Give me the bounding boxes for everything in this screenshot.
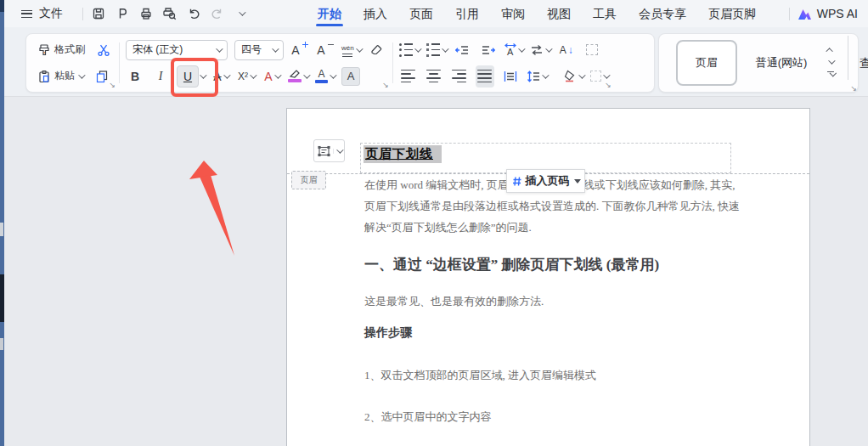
- line-spacing-button[interactable]: [527, 65, 547, 88]
- format-painter-icon: [37, 43, 51, 57]
- chevron-down-icon: [303, 71, 310, 78]
- insert-page-number-button[interactable]: 插入页码: [506, 169, 585, 193]
- menubar-right: WPS AI: [781, 7, 858, 20]
- print-preview-icon[interactable]: [162, 7, 177, 21]
- plus-mark-icon: [302, 42, 308, 48]
- cut-button[interactable]: [94, 39, 113, 61]
- bold-button[interactable]: B: [126, 65, 144, 88]
- align-justify-button[interactable]: [476, 65, 494, 88]
- numbered-list-button[interactable]: [426, 39, 447, 61]
- text-effects-button[interactable]: A: [262, 65, 281, 88]
- divider: [848, 36, 848, 80]
- header-tag: 页眉: [291, 171, 326, 189]
- redo-icon[interactable]: [210, 7, 224, 21]
- eraser-icon: [369, 43, 384, 56]
- increase-font-button[interactable]: A: [290, 39, 309, 61]
- highlight-color-button[interactable]: [288, 65, 308, 88]
- paste-button[interactable]: 粘贴: [35, 67, 86, 85]
- export-pdf-icon[interactable]: [115, 7, 129, 21]
- gallery-scroll-down-icon[interactable]: [828, 57, 835, 64]
- align-center-button[interactable]: [425, 65, 443, 88]
- align-right-button[interactable]: [450, 65, 469, 88]
- header-title-selected-text[interactable]: 页眉下划线: [364, 145, 442, 163]
- increase-indent-button[interactable]: [479, 39, 498, 61]
- phonetic-guide-button[interactable]: wén: [341, 39, 361, 61]
- paragraph-line: 这是最常见、也是最有效的删除方法.: [364, 291, 742, 312]
- sort-button[interactable]: A ↓: [557, 39, 576, 61]
- tab-page[interactable]: 页面: [409, 0, 433, 27]
- tab-reference[interactable]: 引用: [455, 0, 479, 27]
- tab-membership[interactable]: 会员专享: [639, 0, 686, 27]
- header-options-button[interactable]: [313, 139, 345, 162]
- gallery-item-normal-style[interactable]: 普通(网站): [737, 55, 826, 71]
- align-right-icon: [452, 70, 466, 82]
- print-icon[interactable]: [138, 7, 153, 21]
- chevron-down-icon: [330, 71, 336, 78]
- decrease-indent-button[interactable]: [454, 39, 472, 61]
- font-color-button[interactable]: A: [315, 65, 335, 88]
- chevron-down-icon: [274, 71, 281, 78]
- chevron-down-icon: [356, 45, 363, 52]
- tab-review[interactable]: 审阅: [501, 0, 525, 27]
- numbered-list-icon: [426, 43, 440, 57]
- align-left-button[interactable]: [399, 65, 418, 88]
- italic-button[interactable]: I: [151, 65, 170, 88]
- superscript-button[interactable]: X²: [237, 65, 256, 88]
- tab-insert[interactable]: 插入: [364, 0, 387, 27]
- indent-icon: [481, 44, 495, 56]
- tab-home[interactable]: 开始: [318, 0, 341, 27]
- tab-header-footer[interactable]: 页眉页脚: [708, 0, 756, 27]
- character-shading-button[interactable]: A: [341, 65, 360, 88]
- gallery-scroll-up-icon[interactable]: [826, 48, 832, 54]
- align-left-icon: [401, 70, 415, 82]
- tab-tools[interactable]: 工具: [593, 0, 617, 27]
- underline-button[interactable]: U: [177, 65, 199, 88]
- wps-window: 文件: [0, 0, 868, 446]
- step-line: 2、选中页眉中的文字内容: [364, 406, 742, 427]
- background-dark-block: [0, 274, 4, 322]
- chevron-down-icon: [603, 71, 610, 78]
- clipboard-dialog-launcher[interactable]: ↘: [109, 82, 116, 89]
- format-painter-button[interactable]: 格式刷: [35, 41, 87, 59]
- underline-dropdown-icon[interactable]: [200, 71, 206, 78]
- show-marks-button[interactable]: [583, 39, 601, 61]
- text-direction-button[interactable]: A: [504, 39, 523, 61]
- shading-button[interactable]: [563, 65, 583, 88]
- paragraph-line: 解决“页眉下划线怎么删除”的问题.: [364, 217, 742, 238]
- gallery-more-icon[interactable]: [827, 71, 834, 78]
- font-family-select[interactable]: 宋体 (正文): [126, 40, 228, 60]
- file-menu[interactable]: 文件: [39, 6, 63, 21]
- clear-format-button[interactable]: [368, 39, 386, 61]
- swap-direction-button[interactable]: [530, 39, 550, 61]
- chevron-down-icon: [578, 71, 585, 78]
- chevron-down-icon: [545, 45, 552, 52]
- phonetic-icon: wén: [341, 45, 354, 55]
- minus-mark-icon: [328, 42, 334, 48]
- distribute-button[interactable]: [501, 65, 520, 88]
- paste-dropdown-icon[interactable]: [78, 71, 85, 78]
- scissors-icon: [97, 43, 110, 57]
- background-fragment: [0, 338, 3, 350]
- gallery-dialog-launcher[interactable]: ↘: [850, 85, 857, 93]
- page-number-icon: [511, 176, 522, 187]
- align-center-icon: [426, 70, 441, 82]
- tab-view[interactable]: 视图: [547, 0, 571, 27]
- decrease-font-button[interactable]: A: [316, 39, 335, 61]
- find-button[interactable]: 查: [860, 56, 868, 71]
- menubar: 文件: [4, 0, 868, 27]
- bullet-list-button[interactable]: [399, 39, 420, 61]
- undo-icon[interactable]: [186, 7, 200, 21]
- section-heading: 一、通过 “边框设置” 删除页眉下划线 (最常用): [364, 255, 659, 274]
- font-dialog-launcher[interactable]: ↘: [382, 82, 389, 89]
- quick-access-more-icon[interactable]: [234, 7, 248, 21]
- group-divider: [392, 42, 393, 83]
- font-size-select[interactable]: 四号: [234, 40, 284, 60]
- gallery-item-header[interactable]: 页眉: [676, 40, 737, 86]
- strikethrough-button[interactable]: A: [211, 65, 230, 88]
- wps-ai-button[interactable]: WPS AI: [817, 7, 858, 20]
- document-page[interactable]: 页眉 页眉下划线 插入页码 在使用 word 编辑文档时, 页眉线或下划线应该如…: [286, 108, 810, 446]
- main-menu-icon[interactable]: [21, 10, 32, 18]
- chevron-down-icon: [414, 45, 421, 52]
- save-icon[interactable]: [91, 7, 105, 21]
- paragraph-dialog-launcher[interactable]: ↘: [605, 82, 612, 89]
